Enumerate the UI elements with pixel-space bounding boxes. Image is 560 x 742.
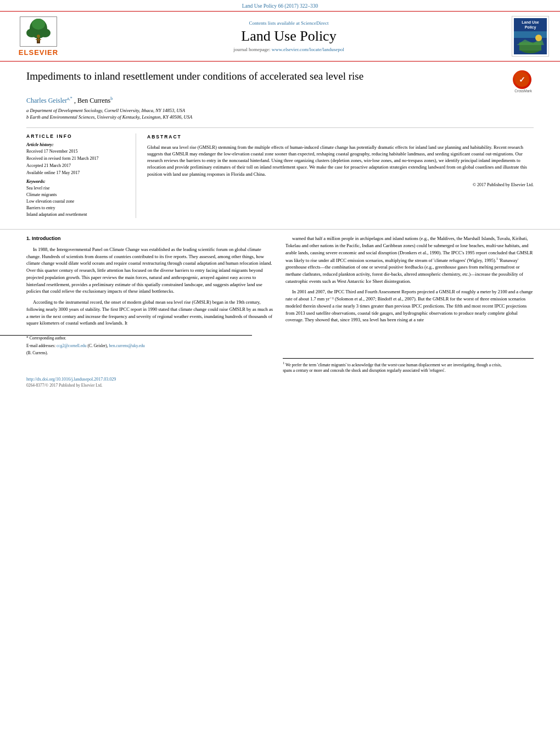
article-history-label: Article history:: [26, 142, 128, 147]
journal-header: ELSEVIER Contents lists available at Sci…: [0, 11, 560, 62]
svg-rect-9: [514, 31, 547, 38]
keyword4: Barriers to entry: [26, 205, 128, 211]
email2-link[interactable]: ben.currens@uky.edu: [109, 343, 145, 348]
crossmark-label: CrossMark: [513, 89, 534, 93]
corresponding-label: * Corresponding author.: [26, 336, 66, 341]
email2-name-line: (B. Currens).: [26, 350, 226, 356]
published-line: 0264-8377/© 2017 Published by Elsevier L…: [0, 383, 560, 392]
page: Land Use Policy 66 (2017) 322–330: [0, 0, 560, 742]
body-para1: In 1988, the Intergovernmental Panel on …: [26, 246, 275, 295]
doi-line: http://dx.doi.org/10.1016/j.landusepol.2…: [0, 373, 560, 383]
affiliation-b: b Earth and Environmental Sciences, Univ…: [26, 114, 534, 120]
received-revised-date: Received in revised form 21 March 2017: [26, 155, 128, 163]
email-label: E-mail addresses:: [26, 343, 55, 348]
land-policy-badge: Land UsePolicy: [512, 16, 549, 57]
svg-point-4: [32, 19, 45, 30]
author1-name: Charles Geisler: [26, 97, 67, 104]
body-content: 1. Introduction In 1988, the Intergovern…: [0, 235, 560, 331]
article-area: Impediments to inland resettlement under…: [0, 62, 560, 224]
keywords-list: Sea level rise Climate migrants Low elev…: [26, 185, 128, 218]
svg-point-3: [40, 29, 51, 37]
contents-text: Contents lists available at: [249, 20, 300, 26]
article-title: Impediments to inland resettlement under…: [26, 69, 504, 83]
footnotes-area: * Corresponding author. E-mail addresses…: [0, 335, 252, 356]
email2: ben.currens@uky.edu: [109, 343, 145, 348]
journal-link[interactable]: Land Use Policy 66 (2017) 322–330: [242, 3, 318, 9]
journal-homepage: journal homepage: www.elsevier.com/locat…: [71, 47, 506, 52]
journal-center: Contents lists available at ScienceDirec…: [71, 20, 506, 52]
homepage-url[interactable]: www.elsevier.com/locate/landusepol: [272, 47, 344, 52]
body-col2-para1: warned that half a million people in arc…: [285, 235, 534, 284]
body-col2-para2: In 2001 and 2007, the IPCC Third and Fou…: [285, 288, 534, 323]
keyword3: Low elevation coastal zone: [26, 198, 128, 205]
body-col-right: warned that half a million people in arc…: [285, 235, 534, 331]
svg-point-12: [535, 35, 542, 41]
right-footnote: 1 We prefer the term 'climate migrants' …: [283, 358, 534, 374]
copyright-line: © 2017 Published by Elsevier Ltd.: [147, 182, 534, 188]
journal-title: Land Use Policy: [71, 28, 506, 44]
footnote1-num: 1: [283, 361, 284, 365]
contents-line: Contents lists available at ScienceDirec…: [71, 20, 506, 26]
affiliation-a: a Department of Development Sociology, C…: [26, 108, 534, 113]
corresponding-author-note: * Corresponding author.: [26, 336, 226, 342]
article-dates: Received 17 November 2015 Received in re…: [26, 148, 128, 176]
abstract-col: ABSTRACT Global mean sea level rise (GMS…: [147, 133, 534, 218]
email-line: E-mail addresses: ccg2@cornell.edu (C. G…: [26, 343, 226, 349]
crossmark-svg: ✓: [514, 72, 530, 87]
email1: ccg2@cornell.edu: [57, 343, 87, 348]
footnote1-text: We prefer the term 'climate migrants' to…: [283, 362, 501, 373]
svg-point-5: [37, 35, 40, 38]
keywords-label: Keywords:: [26, 179, 128, 184]
accepted-date: Accepted 21 March 2017: [26, 163, 128, 170]
author1-sup: a,*: [67, 96, 72, 101]
email2-name: (B. Currens).: [26, 350, 48, 355]
badge-svg: [514, 31, 547, 54]
body-col-left: 1. Introduction In 1988, the Intergovern…: [26, 235, 275, 331]
elsevier-name: ELSEVIER: [19, 48, 58, 57]
elsevier-tree-svg: [22, 18, 55, 45]
keyword1: Sea level rise: [26, 185, 128, 192]
badge-image: [514, 31, 547, 54]
section-divider: [0, 229, 560, 230]
keyword2: Climate migrants: [26, 192, 128, 198]
elsevier-tree-image: [20, 16, 57, 47]
author1[interactable]: Charles Geislera,*: [26, 97, 74, 104]
article-info-heading: ARTICLE INFO: [26, 133, 128, 139]
col2-para1-text: warned that half a million people in arc…: [285, 236, 533, 263]
sciencedirect-link[interactable]: ScienceDirect: [301, 20, 328, 26]
crossmark-icon[interactable]: ✓: [513, 70, 531, 89]
author2: , Ben Currens: [74, 97, 110, 104]
author2-sup: b: [110, 96, 113, 101]
svg-point-2: [26, 29, 37, 37]
keyword5: Inland adaptation and resettlement: [26, 211, 128, 218]
email1-name: (C. Geisler),: [87, 343, 108, 348]
email1-link[interactable]: ccg2@cornell.edu: [57, 343, 87, 348]
abstract-heading: ABSTRACT: [147, 133, 534, 140]
body-para2: According to the instrumental record, th…: [26, 299, 275, 327]
author2-link[interactable]: b: [110, 97, 113, 104]
article-info-col: ARTICLE INFO Article history: Received 1…: [26, 133, 136, 218]
section1-title: 1. Introduction: [26, 235, 275, 243]
top-journal-link[interactable]: Land Use Policy 66 (2017) 322–330: [0, 0, 560, 11]
available-date: Available online 17 May 2017: [26, 170, 128, 177]
abstract-text: Global mean sea level rise (GMSLR) stemm…: [147, 144, 534, 178]
crossmark: ✓ CrossMark: [513, 70, 534, 93]
svg-text:✓: ✓: [519, 75, 525, 84]
info-abstract-section: ARTICLE INFO Article history: Received 1…: [26, 127, 534, 218]
badge-title: Land UsePolicy: [514, 18, 547, 31]
elsevier-logo: ELSEVIER: [11, 16, 66, 57]
doi-link[interactable]: http://dx.doi.org/10.1016/j.landusepol.2…: [26, 377, 116, 382]
article-title-section: Impediments to inland resettlement under…: [26, 69, 534, 93]
received-date: Received 17 November 2015: [26, 148, 128, 155]
right-footnote-area: 1 We prefer the term 'climate migrants' …: [0, 358, 560, 374]
homepage-label: journal homepage:: [233, 47, 270, 52]
authors-line: Charles Geislera,* , Ben Currensb: [26, 96, 534, 105]
